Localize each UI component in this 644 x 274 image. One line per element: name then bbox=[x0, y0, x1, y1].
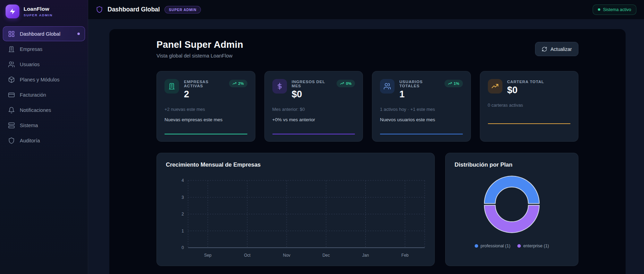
svg-text:4: 4 bbox=[181, 178, 184, 183]
layout-grid-icon bbox=[8, 30, 15, 37]
donut-slice-professional[interactable] bbox=[484, 176, 539, 203]
trending-up-icon bbox=[340, 81, 344, 86]
sidebar-item-dashboard-global[interactable]: Dashboard Global bbox=[3, 26, 85, 41]
content-wrap: Panel Super Admin Vista global del siste… bbox=[88, 19, 644, 274]
svg-text:Jan: Jan bbox=[362, 253, 369, 258]
svg-text:2: 2 bbox=[181, 212, 184, 216]
brand-subtitle: SUPER ADMIN bbox=[24, 13, 53, 17]
sidebar-item-usuarios[interactable]: Usuarios bbox=[3, 57, 85, 72]
legend-item-professional[interactable]: professional (1) bbox=[475, 244, 510, 248]
shield-icon bbox=[8, 137, 15, 144]
sidebar-item-label: Planes y Módulos bbox=[20, 77, 59, 82]
line-chart-card: Crecimiento Mensual de Empresas 01234Sep… bbox=[156, 153, 435, 266]
stat-cards-row: EMPRESAS ACTIVAS 2 2% +2 nuevas este mes… bbox=[156, 71, 578, 142]
stat-description: +0% vs mes anterior bbox=[272, 117, 355, 122]
svg-text:Sep: Sep bbox=[204, 253, 212, 258]
brand-name: LoanFlow bbox=[24, 6, 53, 12]
stat-value: 2 bbox=[184, 89, 224, 100]
svg-text:Feb: Feb bbox=[401, 253, 409, 258]
system-status-badge: Sistema activo bbox=[593, 5, 636, 15]
page-subtitle: Vista global del sistema LoanFlow bbox=[156, 53, 243, 59]
sidebar-item-label: Auditoría bbox=[20, 138, 40, 143]
line-chart-title: Crecimiento Mensual de Empresas bbox=[166, 161, 425, 168]
super-admin-badge: SUPER ADMIN bbox=[164, 6, 201, 14]
building-icon bbox=[8, 46, 15, 53]
sidebar-item-label: Sistema bbox=[20, 123, 38, 128]
active-indicator-dot bbox=[77, 33, 80, 35]
status-label: Sistema activo bbox=[603, 7, 631, 12]
stat-card-ingresos-del-mes: INGRESOS DEL MES $0 0% Mes anterior: $0 … bbox=[264, 71, 363, 142]
sidebar-item-label: Usuarios bbox=[20, 62, 40, 67]
stat-card-empresas-activas: EMPRESAS ACTIVAS 2 2% +2 nuevas este mes… bbox=[156, 71, 255, 142]
sidebar-item-label: Facturación bbox=[20, 92, 46, 98]
svg-text:1: 1 bbox=[181, 229, 184, 233]
building-icon bbox=[164, 79, 179, 94]
accent-line bbox=[488, 123, 571, 124]
trending-up-icon bbox=[232, 81, 237, 86]
stat-card-cartera-total: CARTERA TOTAL $0 0 carteras activas bbox=[480, 71, 579, 142]
stat-subtext: +2 nuevas este mes bbox=[164, 107, 247, 112]
donut-legend: professional (1) enterprise (1) bbox=[455, 244, 569, 248]
dollar-sign-icon bbox=[272, 79, 287, 94]
users-icon bbox=[8, 61, 15, 68]
svg-text:Oct: Oct bbox=[244, 253, 251, 258]
stat-label: INGRESOS DEL MES bbox=[292, 80, 332, 88]
sidebar-item-facturacion[interactable]: Facturación bbox=[3, 87, 85, 102]
package-icon bbox=[8, 76, 15, 83]
stat-label: EMPRESAS ACTIVAS bbox=[184, 80, 224, 88]
stat-value: $0 bbox=[292, 89, 332, 100]
donut-chart-svg bbox=[477, 170, 546, 239]
svg-text:Dec: Dec bbox=[322, 253, 330, 258]
svg-text:Nov: Nov bbox=[283, 253, 290, 258]
sidebar-item-auditoria[interactable]: Auditoría bbox=[3, 133, 85, 148]
refresh-label: Actualizar bbox=[551, 46, 572, 52]
main-panel: Panel Super Admin Vista global del siste… bbox=[109, 29, 626, 274]
stat-value: 1 bbox=[399, 89, 440, 100]
stat-value: $0 bbox=[507, 85, 544, 96]
credit-card-icon bbox=[8, 91, 15, 98]
sidebar-item-sistema[interactable]: Sistema bbox=[3, 118, 85, 133]
stat-label: USUARIOS TOTALES bbox=[399, 80, 440, 88]
stat-label: CARTERA TOTAL bbox=[507, 80, 544, 84]
accent-line bbox=[380, 134, 463, 134]
page-header: Panel Super Admin Vista global del siste… bbox=[156, 39, 578, 59]
brand-logo[interactable]: LoanFlow SUPER ADMIN bbox=[0, 0, 88, 24]
stat-description: Nuevas empresas este mes bbox=[164, 117, 247, 122]
donut-chart-title: Distribución por Plan bbox=[455, 161, 569, 168]
server-icon bbox=[8, 122, 15, 129]
status-dot-icon bbox=[598, 8, 600, 11]
sidebar-item-notificaciones[interactable]: Notificaciones bbox=[3, 103, 85, 117]
svg-text:3: 3 bbox=[181, 195, 184, 200]
svg-text:0: 0 bbox=[181, 245, 184, 250]
main-area: Dashboard Global SUPER ADMIN Sistema act… bbox=[88, 0, 644, 274]
trend-badge: 0% bbox=[337, 80, 355, 87]
trending-up-icon bbox=[448, 81, 452, 86]
sidebar-item-empresas[interactable]: Empresas bbox=[3, 42, 85, 56]
sidebar-item-label: Notificaciones bbox=[20, 107, 51, 113]
refresh-button[interactable]: Actualizar bbox=[535, 42, 578, 56]
sidebar-menu: Dashboard Global Empresas Usuarios Plane… bbox=[0, 26, 88, 148]
donut-slice-enterprise[interactable] bbox=[484, 205, 539, 232]
sidebar-item-label: Empresas bbox=[20, 46, 42, 52]
sidebar: LoanFlow SUPER ADMIN Dashboard Global Em… bbox=[0, 0, 88, 274]
bell-icon bbox=[8, 107, 15, 114]
topbar: Dashboard Global SUPER ADMIN Sistema act… bbox=[88, 0, 644, 19]
bolt-icon bbox=[6, 5, 19, 18]
legend-label: professional (1) bbox=[481, 244, 510, 248]
legend-label: enterprise (1) bbox=[523, 244, 549, 248]
stat-subtext: 0 carteras activas bbox=[488, 103, 571, 108]
trend-badge: 1% bbox=[444, 80, 463, 87]
accent-line bbox=[272, 134, 355, 134]
legend-item-enterprise[interactable]: enterprise (1) bbox=[517, 244, 549, 248]
page-title: Panel Super Admin bbox=[156, 39, 243, 50]
legend-dot bbox=[517, 244, 521, 248]
shield-icon bbox=[96, 6, 103, 13]
trend-badge: 2% bbox=[229, 80, 247, 87]
trending-up-icon bbox=[488, 79, 502, 94]
sidebar-item-planes-y-modulos[interactable]: Planes y Módulos bbox=[3, 72, 85, 87]
brand-text: LoanFlow SUPER ADMIN bbox=[24, 6, 53, 17]
stat-card-usuarios-totales: USUARIOS TOTALES 1 1% 1 activos hoy · +1… bbox=[372, 71, 471, 142]
charts-row: Crecimiento Mensual de Empresas 01234Sep… bbox=[156, 153, 578, 266]
donut-chart-card: Distribución por Plan bbox=[445, 153, 578, 266]
stat-subtext: Mes anterior: $0 bbox=[272, 107, 355, 112]
